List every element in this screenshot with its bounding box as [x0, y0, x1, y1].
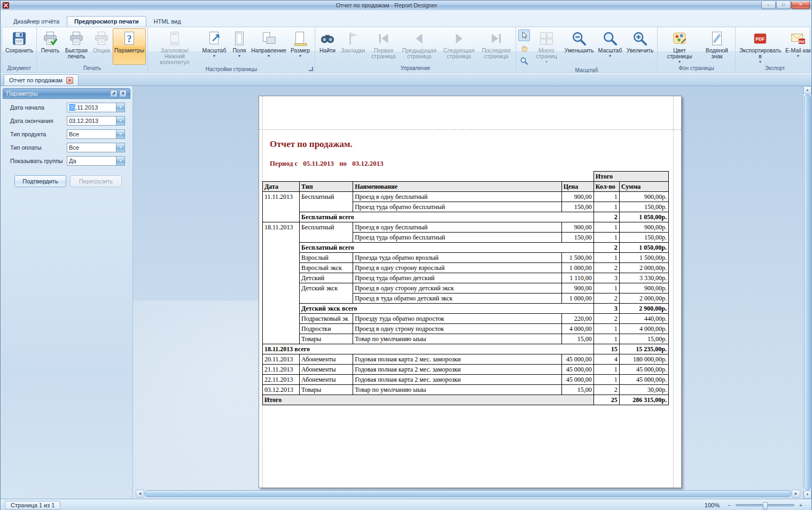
- report-cell: 2 000,00р.: [619, 293, 668, 304]
- zoom-slider-track[interactable]: [736, 504, 794, 506]
- product-type-select[interactable]: Все ▾: [67, 129, 125, 139]
- report-row: Бесплатный всего21 050,00р.: [263, 243, 669, 253]
- ribbon-body: Сохранить Документ Печать Быстрая печать: [2, 27, 810, 73]
- margins-button[interactable]: Поля ▾: [229, 28, 250, 66]
- email-as-button[interactable]: E-Mail как ▾: [784, 28, 812, 65]
- report-cell: 1 000,00: [561, 293, 594, 304]
- minimize-button[interactable]: –: [761, 2, 776, 9]
- export-button[interactable]: Экспортировать в ▾: [737, 28, 783, 65]
- group-label-document: Документ: [2, 65, 36, 73]
- report-cell: Детский экск всего: [300, 304, 594, 314]
- page-scale-button[interactable]: Масштаб ▾: [200, 28, 228, 66]
- last-page-icon: [488, 30, 504, 47]
- report-cell: 900,00р.: [619, 192, 668, 202]
- parameter-buttons: Подтвердить Перегрузить: [14, 175, 130, 187]
- report-cell: Проезд в одну сторону взрослый: [353, 263, 562, 273]
- zoom-in-small-icon[interactable]: +: [798, 502, 804, 508]
- first-page-icon: [376, 30, 392, 47]
- document-tab[interactable]: Отчет по продажам ✕: [4, 74, 79, 86]
- zoom-tool-button[interactable]: [518, 55, 530, 67]
- report-cell: Проезд в одну бесплатный: [353, 222, 562, 233]
- vertical-scrollbar[interactable]: ▲ ▼: [803, 86, 811, 499]
- scroll-down-icon[interactable]: ▼: [803, 491, 811, 499]
- report-cell: Проезду туда обратно подросток: [353, 314, 562, 324]
- dropdown-arrow-icon[interactable]: ▾: [116, 103, 124, 112]
- report-cell: 1: [594, 375, 619, 385]
- report-row: Итого: [263, 172, 669, 182]
- tab-print-preview[interactable]: Предпросмотр печати: [67, 16, 146, 27]
- report-table: ИтогоДатаТипНаименованиеЦенаКол-воСумма1…: [262, 171, 669, 405]
- pin-icon[interactable]: [110, 90, 118, 97]
- zoom-slider[interactable]: − +: [726, 502, 804, 508]
- report-cell: 2: [594, 314, 619, 324]
- report-title: Отчет по продажам.: [270, 139, 353, 150]
- zoom-slider-thumb[interactable]: [763, 502, 768, 509]
- report-row: Бесплатный всего21 050,00р.: [263, 212, 669, 222]
- report-cell: 220,00: [561, 314, 594, 324]
- ribbon-group-print: Печать Быстрая печать Опции Параметры: [37, 27, 148, 73]
- tab-report-designer[interactable]: Дизайнер отчёта: [6, 16, 67, 27]
- scroll-up-icon[interactable]: ▲: [803, 86, 811, 94]
- ribbon-group-page-setup: Заголовок/Нижний колонтитул Масштаб ▾ По…: [148, 27, 315, 73]
- panel-close-icon[interactable]: ✕: [119, 90, 127, 97]
- multi-page-icon: [538, 30, 555, 47]
- pointer-tool-button[interactable]: [518, 29, 530, 41]
- report-row: ДатаТипНаименованиеЦенаКол-воСумма: [263, 182, 669, 192]
- horizontal-scrollbar-thumb[interactable]: [145, 490, 791, 497]
- scroll-left-icon[interactable]: ◀: [136, 490, 144, 498]
- quick-print-button[interactable]: Быстрая печать: [63, 28, 90, 65]
- report-cell: 2: [594, 263, 619, 273]
- email-pdf-icon: [790, 30, 806, 47]
- report-cell: 1: [594, 324, 619, 334]
- report-cell: 1 500,00р.: [619, 253, 668, 263]
- horizontal-scrollbar[interactable]: ◀ ▶: [136, 490, 800, 498]
- report-row: ДетскийПроезд туда обратно детский1 110,…: [263, 273, 669, 283]
- parameters-button[interactable]: Параметры: [113, 28, 146, 65]
- report-cell: 2: [594, 293, 619, 304]
- dropdown-arrow-icon: ▾: [299, 53, 301, 58]
- scroll-right-icon[interactable]: ▶: [792, 490, 800, 498]
- orientation-button[interactable]: Направление ▾: [251, 28, 287, 66]
- report-cell: [263, 172, 594, 182]
- report-row: Детский экскПроезд в одну сторону детски…: [263, 283, 669, 293]
- dropdown-arrow-icon[interactable]: ▾: [116, 130, 124, 138]
- report-cell: 900,00: [561, 283, 594, 293]
- last-page-button: Последняя страница: [479, 28, 514, 65]
- bookmarks-icon: [345, 30, 361, 47]
- maximize-button[interactable]: □: [776, 2, 791, 9]
- page-size-button[interactable]: Размер ▾: [287, 28, 313, 66]
- parameters-icon: [121, 30, 137, 47]
- pointer-icon: [520, 31, 528, 40]
- dropdown-arrow-icon[interactable]: ▾: [116, 117, 124, 125]
- report-cell: 2: [594, 385, 619, 395]
- zoom-out-small-icon[interactable]: −: [726, 502, 732, 508]
- end-date-input[interactable]: 03.12.2013 ▾: [67, 116, 125, 126]
- group-label-print: Печать: [37, 65, 147, 73]
- confirm-button[interactable]: Подтвердить: [14, 175, 66, 187]
- document-tab-close-icon[interactable]: ✕: [66, 77, 73, 84]
- watermark-button[interactable]: Водяной знак: [700, 28, 733, 65]
- dropdown-arrow-icon[interactable]: ▾: [116, 143, 124, 152]
- show-groups-select[interactable]: Да ▾: [67, 156, 125, 166]
- dropdown-arrow-icon: ▾: [238, 53, 240, 58]
- dialog-launcher-icon[interactable]: [309, 67, 313, 71]
- close-button[interactable]: ✕: [791, 2, 810, 9]
- zoom-out-button[interactable]: Уменьшить: [563, 28, 596, 67]
- report-cell: Взрослый экск: [300, 263, 353, 273]
- dropdown-arrow-icon[interactable]: ▾: [116, 157, 124, 165]
- tab-html-view[interactable]: HTML вид: [146, 16, 189, 27]
- report-cell: 1: [594, 283, 619, 293]
- start-date-input[interactable]: 05.11.2013 ▾: [67, 103, 125, 112]
- page-color-button[interactable]: Цвет страницы ▾: [659, 28, 700, 65]
- preview-area[interactable]: Отчет по продажам. Период с05.11.2013по0…: [133, 86, 803, 499]
- hand-tool-button[interactable]: [518, 42, 530, 54]
- save-button[interactable]: Сохранить: [4, 28, 35, 65]
- report-cell: 15,00: [561, 385, 594, 395]
- find-button[interactable]: Найти: [317, 28, 338, 65]
- report-cell: 1 500,00: [561, 253, 594, 263]
- payment-type-select[interactable]: Все ▾: [67, 143, 125, 152]
- vertical-scrollbar-thumb[interactable]: [804, 95, 811, 490]
- zoom-in-button[interactable]: Увеличить: [624, 28, 655, 67]
- print-button[interactable]: Печать: [38, 28, 62, 65]
- zoom-button[interactable]: Масштаб ▾: [596, 28, 624, 67]
